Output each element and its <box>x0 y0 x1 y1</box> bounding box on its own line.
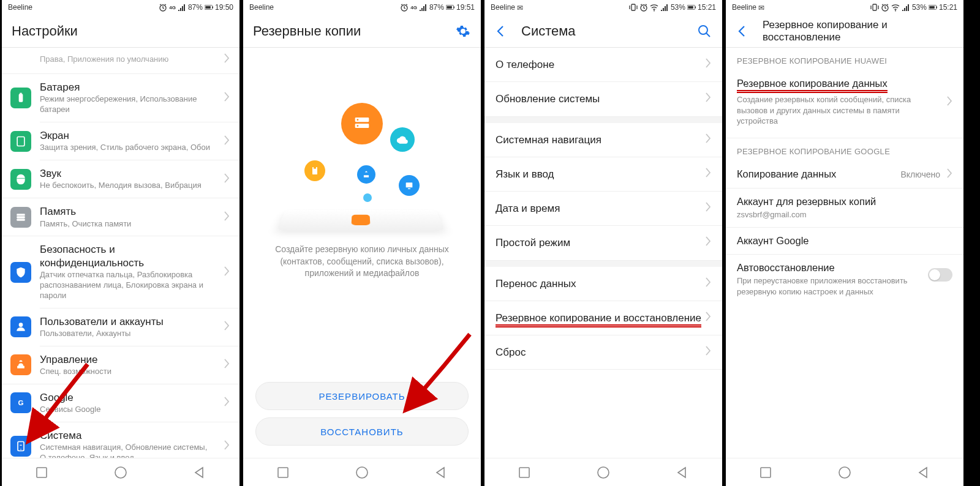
chevron-right-icon <box>705 92 711 105</box>
nav-home-icon[interactable] <box>355 466 369 479</box>
nav-recent-icon[interactable] <box>276 466 290 479</box>
chevron-right-icon <box>224 440 230 452</box>
settings-row-2[interactable]: ЗвукНе беспокоить, Мелодия вызова, Вибра… <box>2 160 239 198</box>
carrier-label: Beeline <box>8 3 32 12</box>
svg-point-15 <box>19 323 23 327</box>
auto-restore-toggle[interactable] <box>928 268 952 282</box>
nav-recent-icon[interactable] <box>518 466 531 479</box>
row-icon <box>10 354 31 375</box>
nav-bar <box>2 458 239 486</box>
screen-system: Beeline ✉ 53% 15:21 Система О телефоне О… <box>483 0 724 486</box>
svg-point-18 <box>20 449 21 450</box>
clock: 15:21 <box>939 3 957 12</box>
settings-gear-icon[interactable] <box>455 23 471 39</box>
nav-bar <box>243 458 481 486</box>
nav-back-icon[interactable] <box>917 466 930 479</box>
settings-row-8[interactable]: СистемаСистемная навигация, Обновление с… <box>2 422 239 458</box>
settings-row-6[interactable]: УправлениеСпец. возможности <box>2 346 239 384</box>
settings-list: Права, Приложения по умолчанию БатареяРе… <box>2 48 239 458</box>
row-icon <box>10 436 31 457</box>
signal-icon <box>419 3 428 12</box>
row-icon <box>10 169 31 190</box>
backup-button[interactable]: РЕЗЕРВИРОВАТЬ <box>255 382 469 410</box>
chevron-right-icon <box>224 266 230 279</box>
battery-icon <box>205 3 213 12</box>
row-icon <box>10 262 31 283</box>
chevron-right-icon <box>224 321 230 333</box>
row-icon <box>10 316 31 337</box>
nav-bar <box>726 458 963 486</box>
system-row-2[interactable]: Системная навигация <box>484 123 722 157</box>
nav-home-icon[interactable] <box>114 466 127 479</box>
system-row-0[interactable]: О телефоне <box>484 48 722 82</box>
page-header: Система <box>484 15 722 48</box>
system-row-7[interactable]: Резервное копирование и восстановление <box>484 301 722 335</box>
row-google-account[interactable]: Аккаунт Google <box>726 228 963 254</box>
nav-home-icon[interactable] <box>597 466 610 479</box>
settings-row-4[interactable]: Безопасность и конфиденциальностьДатчик … <box>2 236 239 307</box>
row-backup-account[interactable]: Аккаунт для резервных копий zsvsbrf@gmai… <box>726 189 963 228</box>
svg-rect-11 <box>17 136 24 146</box>
carrier-label: Beeline ✉ <box>491 3 523 12</box>
battery-pct: 87% <box>188 3 203 12</box>
nav-home-icon[interactable] <box>838 466 851 479</box>
page-header: Резервное копирование и восстановление <box>726 15 963 48</box>
settings-row-3[interactable]: ПамятьПамять, Очистка памяти <box>2 198 239 236</box>
nav-recent-icon[interactable] <box>759 466 772 479</box>
nav-back-icon[interactable] <box>434 466 448 479</box>
search-icon[interactable] <box>696 23 712 39</box>
signal-icon <box>660 3 669 12</box>
battery-pct: 53% <box>671 3 685 12</box>
vibrate-icon <box>629 3 638 12</box>
row-auto-restore[interactable]: Автовосстановление При переустановке при… <box>726 255 963 304</box>
svg-rect-14 <box>17 219 24 220</box>
chevron-right-icon <box>224 173 230 185</box>
chevron-right-icon <box>224 135 230 148</box>
row-copy-data[interactable]: Копирование данных Включено <box>726 161 963 188</box>
system-row-4[interactable]: Дата и время <box>484 192 722 226</box>
settings-row-1[interactable]: ЭкранЗащита зрения, Стиль рабочего экран… <box>2 122 239 160</box>
back-arrow-icon[interactable] <box>494 23 510 39</box>
page-title: Резервные копии <box>253 23 444 39</box>
back-arrow-icon[interactable] <box>736 23 752 39</box>
settings-row-apps-partial[interactable]: Права, Приложения по умолчанию <box>2 48 239 73</box>
system-row-1[interactable]: Обновление системы <box>484 82 722 116</box>
backup-illustration <box>243 97 481 237</box>
nav-back-icon[interactable] <box>193 466 206 479</box>
battery-icon <box>687 3 696 12</box>
clock: 19:51 <box>456 3 475 12</box>
svg-text:G: G <box>18 399 23 407</box>
chevron-right-icon <box>224 359 230 371</box>
clock: 19:50 <box>215 3 233 12</box>
system-list: О телефоне Обновление системы Системная … <box>484 48 722 458</box>
status-bar: Beeline ✉ 53% 15:21 <box>484 0 722 15</box>
chevron-right-icon <box>946 96 952 108</box>
row-backup-data[interactable]: Резервное копирование данных Создание ре… <box>726 70 963 134</box>
system-row-3[interactable]: Язык и ввод <box>484 157 722 192</box>
nav-recent-icon[interactable] <box>35 466 48 479</box>
system-row-8[interactable]: Сброс <box>484 335 722 370</box>
svg-rect-12 <box>17 214 24 215</box>
chevron-right-icon <box>705 133 711 146</box>
svg-point-22 <box>357 125 359 127</box>
settings-row-7[interactable]: G GoogleСервисы Google <box>2 384 239 422</box>
chevron-right-icon <box>224 92 230 104</box>
network-4g-icon: 4G <box>169 5 176 10</box>
row-icon <box>10 131 31 152</box>
screen-settings: Beeline 4G 87% 19:50 Настройки Права, Пр… <box>0 0 241 486</box>
settings-row-0[interactable]: БатареяРежим энергосбережения, Использов… <box>2 74 239 122</box>
carrier-label: Beeline <box>249 3 274 12</box>
chevron-right-icon <box>705 58 711 71</box>
nav-back-icon[interactable] <box>676 466 689 479</box>
status-bar: Beeline 4G 87% 19:50 <box>2 0 239 15</box>
settings-row-5[interactable]: Пользователи и аккаунтыПользователи, Акк… <box>2 308 239 346</box>
system-row-5[interactable]: Простой режим <box>484 226 722 260</box>
page-title: Настройки <box>12 23 230 39</box>
system-row-6[interactable]: Перенос данных <box>484 267 722 301</box>
restore-button[interactable]: ВОССТАНОВИТЬ <box>255 417 469 446</box>
chevron-right-icon <box>705 168 711 181</box>
section-header-google: РЕЗЕРВНОЕ КОПИРОВАНИЕ GOOGLE <box>726 138 963 161</box>
battery-pct: 87% <box>429 3 444 12</box>
chevron-right-icon <box>705 202 711 215</box>
svg-rect-24 <box>314 167 316 169</box>
